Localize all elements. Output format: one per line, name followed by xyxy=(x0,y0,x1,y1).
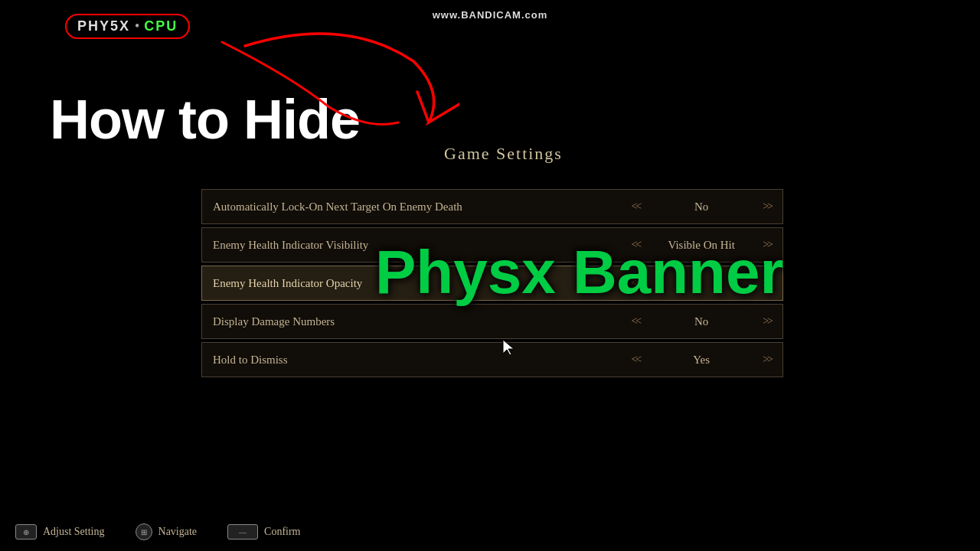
setting-name: Hold to Dismiss xyxy=(213,354,631,367)
setting-controls: <<Yes>> xyxy=(631,354,772,367)
setting-value: Yes xyxy=(655,354,747,367)
arrow-left-button[interactable]: << xyxy=(631,315,640,328)
bottom-item-confirm: — Confirm xyxy=(227,524,300,540)
setting-controls: <<No>> xyxy=(631,201,772,214)
arrow-right-button[interactable]: >> xyxy=(763,201,772,213)
adjust-icon: ⊕ xyxy=(15,524,37,540)
arrow-right-button[interactable]: >> xyxy=(763,315,772,328)
cpu-label: CPU xyxy=(144,18,178,34)
how-to-hide-title: How to Hide xyxy=(50,88,360,151)
physx-label: PHY5X xyxy=(77,18,130,34)
arrow-right-button[interactable]: >> xyxy=(763,354,772,366)
adjust-label: Adjust Setting xyxy=(43,526,105,538)
setting-name: Automatically Lock-On Next Target On Ene… xyxy=(213,201,631,214)
setting-row[interactable]: Automatically Lock-On Next Target On Ene… xyxy=(201,189,783,224)
setting-value: No xyxy=(655,315,747,328)
confirm-label: Confirm xyxy=(264,526,300,538)
arrow-left-button[interactable]: << xyxy=(631,354,640,366)
physx-cpu-box: PHY5X • CPU xyxy=(65,14,190,39)
navigate-icon: ⊞ xyxy=(136,523,152,540)
physx-dot: • xyxy=(135,18,139,34)
setting-name: Display Damage Numbers xyxy=(213,315,631,328)
bandicam-text: www.BANDICAM.com xyxy=(433,9,548,21)
bottom-item-navigate: ⊞ Navigate xyxy=(136,523,198,540)
confirm-icon: — xyxy=(227,524,258,540)
bandicam-watermark: www.BANDICAM.com xyxy=(433,9,548,21)
setting-row[interactable]: Display Damage Numbers<<No>> xyxy=(201,304,783,339)
setting-controls: <<No>> xyxy=(631,315,772,328)
physx-banner-overlay: Physx Banner xyxy=(375,237,784,308)
bottom-item-adjust: ⊕ Adjust Setting xyxy=(15,524,105,540)
arrow-left-button[interactable]: << xyxy=(631,201,640,213)
bottom-bar: ⊕ Adjust Setting ⊞ Navigate — Confirm xyxy=(0,513,980,551)
navigate-label: Navigate xyxy=(158,526,198,538)
setting-value: No xyxy=(655,201,747,214)
game-settings-title: Game Settings xyxy=(444,144,563,164)
setting-row[interactable]: Hold to Dismiss<<Yes>> xyxy=(201,342,783,377)
